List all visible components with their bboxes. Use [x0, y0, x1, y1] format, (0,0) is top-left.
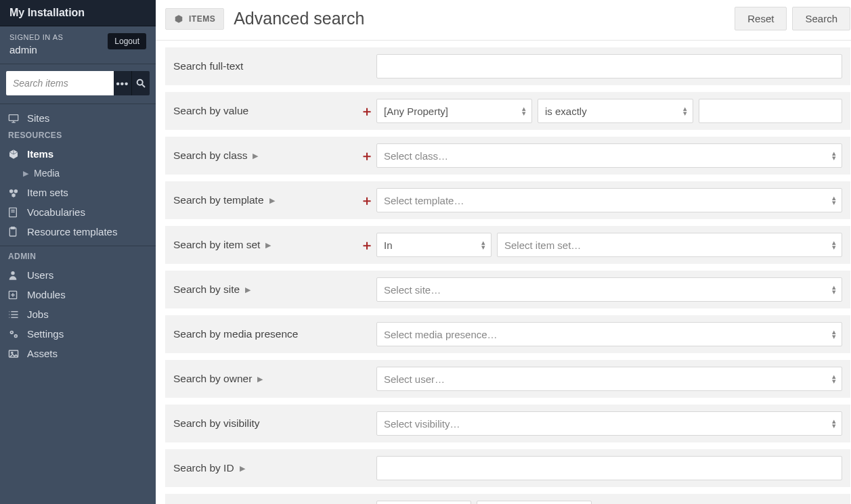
plus-icon: ＋ — [360, 191, 374, 210]
caret-right-icon: ▶ — [265, 241, 271, 250]
svg-point-25 — [12, 352, 13, 353]
page-title: Advanced search — [234, 9, 364, 28]
ellipsis-icon: ••• — [116, 78, 129, 89]
itemset-in-select[interactable]: In ▴▾ — [376, 233, 492, 257]
sidebar-item-templates[interactable]: Resource templates — [0, 222, 156, 242]
sort-arrows-icon: ▴▾ — [832, 240, 836, 250]
itemset-select[interactable]: Select item set… ▴▾ — [497, 233, 842, 257]
book-icon — [8, 207, 20, 218]
sort-arrows-icon: ▴▾ — [522, 106, 526, 116]
sidebar-item-label: Jobs — [27, 308, 49, 320]
sidebar-item-items[interactable]: Items — [0, 144, 156, 164]
monitor-icon — [8, 114, 20, 123]
field-site: Search by site ▶ Select site… ▴▾ — [165, 271, 850, 308]
search-submit-button[interactable]: Search — [792, 7, 850, 30]
gears-icon — [8, 329, 20, 340]
username[interactable]: admin — [9, 44, 63, 55]
cube-icon — [8, 149, 20, 160]
field-media: Search by media presence Select media pr… — [165, 315, 850, 353]
value-type-select[interactable]: is exactly ▴▾ — [538, 99, 693, 123]
sort-arrows-icon: ▴▾ — [832, 329, 836, 339]
sidebar-item-label: Assets — [27, 348, 58, 359]
sidebar-item-jobs[interactable]: Jobs — [0, 304, 156, 324]
signed-in-label: SIGNED IN AS — [9, 33, 63, 41]
plus-square-icon — [8, 290, 20, 300]
svg-line-1 — [142, 85, 145, 87]
sidebar-item-itemsets[interactable]: Item sets — [0, 183, 156, 202]
plus-icon: ＋ — [360, 102, 374, 120]
field-itemset: Search by item set ▶ ＋ In ▴▾ Select item… — [165, 226, 850, 264]
svg-rect-2 — [9, 114, 18, 120]
user-block: SIGNED IN AS admin Logout — [0, 26, 156, 64]
id-input[interactable] — [376, 456, 842, 480]
sidebar-section-admin: ADMIN — [0, 246, 156, 265]
sidebar-item-label: Item sets — [27, 187, 68, 198]
search-button[interactable] — [131, 71, 150, 95]
field-class: Search by class ▶ ＋ Select class… ▴▾ — [165, 137, 850, 175]
breadcrumb-label: ITEMS — [189, 14, 215, 24]
advanced-search-button[interactable]: ••• — [114, 71, 132, 95]
sidebar-item-media[interactable]: ▶ Media — [0, 164, 156, 183]
sidebar-item-label: Users — [27, 269, 53, 281]
field-label: Search full-text — [173, 60, 376, 72]
sort-arrows-icon: ▴▾ — [832, 196, 836, 205]
field-label: Search by media presence — [173, 328, 376, 340]
field-fulltext: Search full-text — [165, 47, 850, 85]
field-visibility: Search by visibility Select visibility… … — [165, 405, 850, 442]
image-icon — [8, 349, 20, 359]
sort-arrows-icon: ▴▾ — [832, 285, 836, 294]
sort-arrows-icon: ▴▾ — [481, 240, 485, 250]
cube-icon — [174, 14, 183, 24]
sidebar-section-resources: RESOURCES — [0, 128, 156, 144]
add-class-button[interactable]: ＋ — [359, 147, 375, 164]
sidebar-item-label: Resource templates — [27, 226, 117, 237]
sidebar-item-label: Settings — [27, 328, 64, 340]
value-text-input[interactable] — [699, 99, 842, 123]
sidebar-item-settings[interactable]: Settings — [0, 324, 156, 344]
sidebar-item-label: Sites — [27, 112, 49, 124]
value-property-select[interactable]: [Any Property] ▴▾ — [376, 99, 532, 123]
owner-select[interactable]: Select user… ▴▾ — [376, 367, 842, 391]
svg-point-10 — [11, 271, 14, 275]
brand[interactable]: My Installation — [0, 0, 156, 26]
field-sort: Sort Created ▴▾ Descending ▴▾ — [165, 494, 850, 504]
class-select[interactable]: Select class… ▴▾ — [376, 143, 842, 168]
field-label: Search by ID — [173, 462, 234, 474]
caret-right-icon: ▶ — [257, 375, 263, 384]
svg-point-23 — [15, 335, 16, 336]
sidebar-item-modules[interactable]: Modules — [0, 285, 156, 304]
site-select[interactable]: Select site… ▴▾ — [376, 277, 842, 302]
sort-dir-select[interactable]: Descending ▴▾ — [477, 501, 592, 504]
sort-by-select[interactable]: Created ▴▾ — [376, 501, 471, 504]
caret-right-icon: ▶ — [245, 285, 250, 294]
visibility-select[interactable]: Select visibility… ▴▾ — [376, 411, 842, 436]
sidebar-item-label: Items — [27, 148, 53, 160]
sidebar-item-users[interactable]: Users — [0, 265, 156, 285]
search-icon — [135, 78, 146, 89]
caret-right-icon: ▶ — [23, 169, 28, 178]
plus-icon: ＋ — [360, 147, 374, 165]
search-input[interactable] — [6, 71, 114, 95]
reset-button[interactable]: Reset — [735, 7, 787, 30]
add-itemset-button[interactable]: ＋ — [359, 237, 375, 253]
breadcrumb-items[interactable]: ITEMS — [165, 8, 224, 30]
add-template-button[interactable]: ＋ — [359, 192, 375, 208]
add-value-button[interactable]: ＋ — [359, 103, 375, 119]
sidebar-item-vocabularies[interactable]: Vocabularies — [0, 202, 156, 222]
sidebar-item-label: Modules — [27, 289, 66, 300]
clipboard-icon — [8, 227, 20, 237]
sidebar-item-label: Media — [34, 168, 60, 179]
logout-button[interactable]: Logout — [108, 33, 146, 49]
caret-right-icon: ▶ — [253, 152, 258, 160]
fulltext-input[interactable] — [376, 54, 842, 78]
field-owner: Search by owner ▶ Select user… ▴▾ — [165, 360, 850, 398]
sidebar-item-assets[interactable]: Assets — [0, 344, 156, 363]
field-label: Search by template — [173, 194, 264, 206]
sidebar-item-sites[interactable]: Sites — [0, 108, 156, 128]
media-presence-select[interactable]: Select media presence… ▴▾ — [376, 322, 842, 346]
template-select[interactable]: Select template… ▴▾ — [376, 188, 842, 212]
svg-rect-9 — [11, 227, 14, 229]
field-value: Search by value ＋ [Any Property] ▴▾ is e… — [165, 92, 850, 130]
field-label: Search by item set — [173, 239, 260, 251]
field-label: Search by value — [173, 105, 248, 117]
